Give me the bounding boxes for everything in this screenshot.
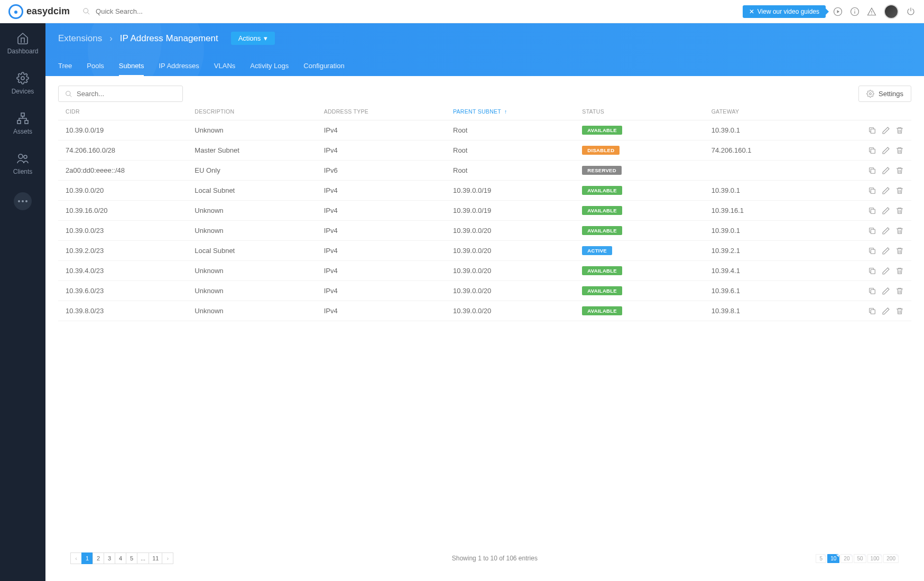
alert-icon[interactable] [867,7,876,16]
page-size-5[interactable]: 5 [816,554,826,563]
page-...[interactable]: ... [137,552,149,564]
svg-line-1 [87,12,89,14]
copy-icon[interactable] [868,227,876,235]
copy-icon[interactable] [868,146,876,155]
trash-icon[interactable] [895,287,904,295]
cell-parent-subnet: 10.39.0.0/20 [453,287,582,295]
close-icon[interactable]: ✕ [749,8,754,15]
trash-icon[interactable] [895,166,904,175]
breadcrumb-parent[interactable]: Extensions [58,33,102,44]
trash-icon[interactable] [895,247,904,255]
page-size-100[interactable]: 100 [867,554,883,563]
edit-icon[interactable] [882,166,890,175]
table-row[interactable]: 10.39.16.0/20 Unknown IPv4 10.39.0.0/19 … [58,201,911,221]
page-4[interactable]: 4 [115,552,126,564]
tab-subnets[interactable]: Subnets [119,57,144,76]
table-row[interactable]: 2a00:dd0:eeee::/48 EU Only IPv6 Root RES… [58,161,911,181]
table-row[interactable]: 10.39.0.0/19 Unknown IPv4 Root AVAILABLE… [58,120,911,140]
power-icon[interactable] [906,7,916,16]
tab-pools[interactable]: Pools [87,57,104,76]
edit-icon[interactable] [882,247,890,255]
tab-activity-logs[interactable]: Activity Logs [250,57,289,76]
table-row[interactable]: 10.39.0.0/23 Unknown IPv4 10.39.0.0/20 A… [58,221,911,241]
trash-icon[interactable] [895,267,904,275]
trash-icon[interactable] [895,126,904,135]
table-row[interactable]: 10.39.4.0/23 Unknown IPv4 10.39.0.0/20 A… [58,261,911,281]
logo-text: easydcim [26,6,70,17]
table-search-input[interactable] [77,90,176,98]
page-prev[interactable]: ‹ [70,552,82,564]
cell-description: Unknown [195,267,324,275]
edit-icon[interactable] [882,287,890,295]
search-box[interactable] [58,86,183,102]
page-next[interactable]: › [162,552,173,564]
table-row[interactable]: 10.39.2.0/23 Local Subnet IPv4 10.39.0.0… [58,241,911,261]
edit-icon[interactable] [882,267,890,275]
sidebar-item-clients[interactable]: Clients [0,149,45,179]
svg-rect-27 [871,310,875,314]
edit-icon[interactable] [882,126,890,135]
tab-ip-addresses[interactable]: IP Addresses [159,57,199,76]
page-1[interactable]: 1 [81,552,93,564]
avatar[interactable] [884,4,899,19]
table-row[interactable]: 10.39.8.0/23 Unknown IPv4 10.39.0.0/20 A… [58,301,911,321]
search-icon [82,7,90,15]
table-row[interactable]: 74.206.160.0/28 Master Subnet IPv4 Root … [58,140,911,161]
edit-icon[interactable] [882,227,890,235]
page-2[interactable]: 2 [93,552,104,564]
tab-vlans[interactable]: VLANs [214,57,235,76]
page-size-10[interactable]: 10 [827,554,839,563]
trash-icon[interactable] [895,146,904,155]
info-icon[interactable] [850,7,860,16]
svg-rect-19 [871,149,875,153]
page-size-200[interactable]: 200 [883,554,899,563]
copy-icon[interactable] [868,267,876,275]
edit-icon[interactable] [882,307,890,315]
video-guide-button[interactable]: ✕ View our video guides [743,5,826,18]
sidebar-item-dashboard[interactable]: Dashboard [0,29,45,58]
tab-tree[interactable]: Tree [58,57,72,76]
trash-icon[interactable] [895,207,904,215]
copy-icon[interactable] [868,247,876,255]
copy-icon[interactable] [868,166,876,175]
play-icon[interactable] [833,7,843,16]
actions-dropdown[interactable]: Actions ▾ [231,32,275,45]
col-description[interactable]: DESCRIPTION [195,108,324,115]
status-badge: DISABLED [582,146,620,155]
cell-cidr: 2a00:dd0:eeee::/48 [66,166,195,174]
page-5[interactable]: 5 [126,552,137,564]
copy-icon[interactable] [868,126,876,135]
tab-configuration[interactable]: Configuration [303,57,344,76]
edit-icon[interactable] [882,146,890,155]
table-row[interactable]: 10.39.6.0/23 Unknown IPv4 10.39.0.0/20 A… [58,281,911,301]
edit-icon[interactable] [882,186,890,195]
logo[interactable]: easydcim [8,4,70,19]
quick-search-input[interactable] [96,7,201,15]
col-address-type[interactable]: ADDRESS TYPE [324,108,453,115]
cell-description: Master Subnet [195,146,324,154]
col-cidr[interactable]: CIDR [66,108,195,115]
trash-icon[interactable] [895,227,904,235]
copy-icon[interactable] [868,287,876,295]
page-11[interactable]: 11 [149,552,162,564]
sort-asc-icon: ↑ [504,108,507,115]
edit-icon[interactable] [882,207,890,215]
trash-icon[interactable] [895,186,904,195]
page-size-50[interactable]: 50 [854,554,866,563]
sidebar-item-devices[interactable]: Devices [0,69,45,98]
quick-search[interactable] [82,7,743,15]
cell-parent-subnet: 10.39.0.0/20 [453,247,582,255]
more-button[interactable] [14,192,32,210]
settings-button[interactable]: Settings [858,86,911,102]
col-gateway[interactable]: GATEWAY [712,108,840,115]
trash-icon[interactable] [895,307,904,315]
copy-icon[interactable] [868,186,876,195]
page-3[interactable]: 3 [104,552,115,564]
copy-icon[interactable] [868,207,876,215]
copy-icon[interactable] [868,307,876,315]
page-size-20[interactable]: 20 [840,554,853,563]
table-row[interactable]: 10.39.0.0/20 Local Subnet IPv4 10.39.0.0… [58,181,911,201]
col-status[interactable]: STATUS [582,108,711,115]
col-parent-subnet[interactable]: PARENT SUBNET ↑ [453,108,582,115]
sidebar-item-assets[interactable]: Assets [0,109,45,138]
